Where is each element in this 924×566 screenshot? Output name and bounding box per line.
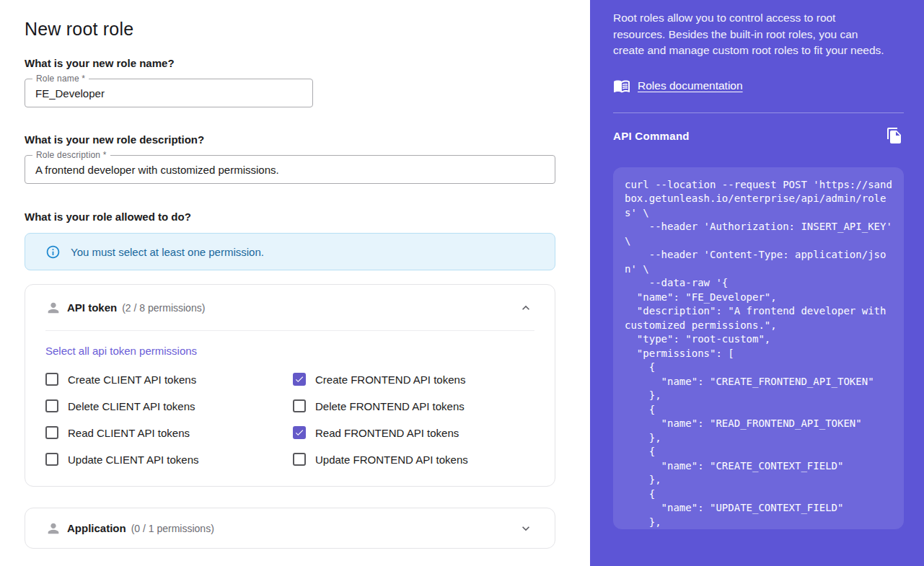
sidebar-description: Root roles allow you to control access t… [613,10,886,59]
accordion-application-header[interactable]: Application (0 / 1 permissions) [25,508,555,548]
permission-label: Delete FRONTEND API tokens [315,400,465,412]
info-icon [45,244,61,260]
checkbox-unchecked[interactable] [45,373,58,386]
accordion-api-token: API token (2 / 8 permissions) Select all… [25,284,555,487]
role-name-field[interactable]: Role name * [25,79,313,107]
role-name-field-label: Role name * [32,74,89,84]
permission-item[interactable]: Update FRONTEND API tokens [293,453,534,466]
roles-documentation-link[interactable]: Roles documentation [638,79,743,92]
select-all-permissions-link[interactable]: Select all api token permissions [45,345,197,357]
checkmark-icon [294,373,304,385]
checkbox-checked[interactable] [293,426,306,439]
permissions-question: What is your role allowed to do? [25,211,555,223]
permission-item[interactable]: Update CLIENT API tokens [45,453,293,466]
person-icon [45,300,61,316]
checkmark-icon [294,427,304,438]
copy-button[interactable] [885,127,904,146]
permission-label: Create CLIENT API tokens [68,373,196,386]
accordion-title: Application [67,522,126,534]
permission-label: Read FRONTEND API tokens [315,427,459,439]
sidebar-divider [613,112,904,113]
permission-item[interactable]: Create FRONTEND API tokens [293,373,534,386]
chevron-down-icon[interactable] [519,521,533,536]
permission-item[interactable]: Read CLIENT API tokens [45,426,293,439]
accordion-permission-count: (2 / 8 permissions) [122,302,205,314]
new-root-role-form: New root role What is your new role name… [0,0,590,566]
page-title: New root role [25,19,555,40]
role-description-question: What is your new role description? [25,133,555,146]
api-command-code-block: curl --location --request POST 'https://… [613,167,904,529]
permission-label: Read CLIENT API tokens [68,427,190,439]
info-sidebar: Root roles allow you to control access t… [590,0,924,566]
docs-link-row: Roles documentation [613,77,904,94]
permissions-grid: Create CLIENT API tokensDelete CLIENT AP… [45,373,534,466]
role-description-field[interactable]: Role description * [25,155,555,184]
permission-item[interactable]: Read FRONTEND API tokens [293,426,534,439]
accordion-title: API token [67,301,117,314]
curl-command: curl --location --request POST 'https://… [625,178,892,529]
role-name-question: What is your new role name? [25,57,555,69]
menu-book-icon [613,77,630,94]
role-description-field-label: Role description * [32,150,110,160]
accordion-application: Application (0 / 1 permissions) [25,508,555,549]
api-command-title: API Command [613,130,690,142]
person-icon [45,521,61,536]
permission-item[interactable]: Delete FRONTEND API tokens [293,399,534,412]
permission-label: Delete CLIENT API tokens [68,400,195,412]
alert-text: You must select at least one permission. [71,246,264,258]
copy-icon [886,127,903,144]
checkbox-unchecked[interactable] [293,399,306,412]
accordion-permission-count: (0 / 1 permissions) [131,523,214,534]
checkbox-unchecked[interactable] [45,399,58,412]
permission-label: Update FRONTEND API tokens [315,454,468,466]
role-description-input[interactable] [25,164,555,176]
checkbox-checked[interactable] [293,373,306,386]
accordion-api-token-body: Select all api token permissions Create … [25,331,555,486]
permission-label: Update CLIENT API tokens [68,454,199,466]
api-command-header: API Command [613,127,904,146]
checkbox-unchecked[interactable] [45,426,58,439]
role-name-input[interactable] [25,87,312,100]
permission-item[interactable]: Create CLIENT API tokens [45,373,293,386]
checkbox-unchecked[interactable] [45,453,58,466]
permission-item[interactable]: Delete CLIENT API tokens [45,399,293,412]
permission-label: Create FRONTEND API tokens [315,373,465,386]
checkbox-unchecked[interactable] [293,453,306,466]
chevron-up-icon[interactable] [519,301,533,315]
info-alert: You must select at least one permission. [25,233,555,270]
accordion-api-token-header[interactable]: API token (2 / 8 permissions) [25,285,555,330]
